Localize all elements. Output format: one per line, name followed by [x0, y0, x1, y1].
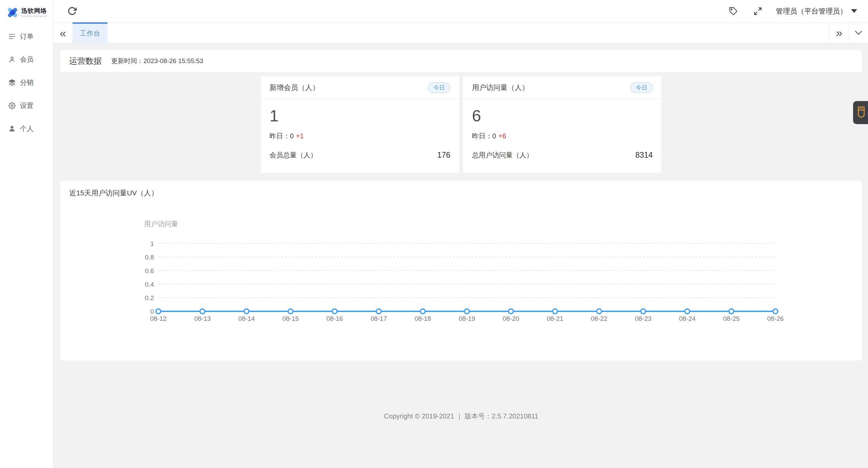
svg-text:08-23: 08-23 — [635, 315, 652, 322]
yesterday-row: 昨日：0+6 — [472, 132, 653, 141]
sidebar-item-distribution[interactable]: 分销 — [0, 71, 53, 94]
stat-card-new-members: 新增会员（人） 今日 1 昨日：0+1 会员总量（人） 176 — [261, 76, 459, 173]
tabs-menu-button[interactable] — [849, 22, 868, 43]
tabbar-right-actions: » — [829, 22, 868, 43]
user-menu[interactable]: 管理员（平台管理员） — [776, 6, 857, 16]
svg-text:08-12: 08-12 — [150, 315, 167, 322]
yesterday-value: 0 — [290, 132, 294, 140]
uv-line-chart: 用户访问量00.20.40.60.8108-1208-1308-1408-150… — [60, 181, 862, 360]
main-content: 运营数据 更新时间：2023-08-26 15:55:53 新增会员（人） 今日… — [53, 43, 868, 468]
floating-widget-button[interactable] — [853, 101, 868, 124]
yesterday-row: 昨日：0+1 — [270, 132, 450, 141]
sidebar: 迅软网络 XunRuanNetwork 订单 — [0, 0, 53, 468]
sidebar-item-orders[interactable]: 订单 — [0, 25, 53, 48]
svg-text:0.6: 0.6 — [145, 267, 154, 274]
stat-value: 1 — [270, 108, 450, 124]
svg-text:08-21: 08-21 — [547, 315, 564, 322]
operations-title: 运营数据 — [69, 56, 102, 66]
stat-card-title: 新增会员（人） — [270, 83, 319, 92]
brand-subtitle: XunRuanNetwork — [21, 15, 47, 17]
yesterday-label: 昨日： — [472, 132, 492, 140]
svg-text:0.8: 0.8 — [145, 254, 154, 261]
sidebar-item-label: 订单 — [20, 32, 34, 41]
top-header: 管理员（平台管理员） — [53, 0, 868, 22]
svg-text:08-22: 08-22 — [591, 315, 608, 322]
tabs-scroll-left-button[interactable]: « — [53, 22, 73, 43]
chevron-down-icon — [855, 31, 862, 35]
usb-drive-icon — [856, 106, 866, 119]
app-root: 迅软网络 XunRuanNetwork 订单 — [0, 0, 868, 468]
today-badge: 今日 — [428, 82, 450, 93]
fullscreen-icon — [753, 7, 762, 16]
today-badge: 今日 — [630, 82, 653, 93]
brand-logo[interactable]: 迅软网络 XunRuanNetwork — [0, 0, 53, 25]
total-value: 176 — [437, 151, 450, 160]
svg-text:08-17: 08-17 — [371, 315, 387, 322]
sidebar-menu: 订单 会员 分销 — [0, 25, 53, 140]
svg-text:用户访问量: 用户访问量 — [144, 220, 178, 228]
total-label: 总用户访问量（人） — [472, 151, 533, 160]
sidebar-item-label: 设置 — [20, 101, 34, 110]
stat-card-footer: 总用户访问量（人） 8314 — [463, 151, 662, 160]
delta-value: +1 — [296, 132, 304, 140]
stat-card-header: 新增会员（人） 今日 — [261, 76, 459, 99]
updated-time-value: 2023-08-26 15:55:53 — [143, 57, 203, 64]
svg-text:08-15: 08-15 — [282, 315, 299, 322]
brand-logo-icon — [6, 6, 19, 19]
svg-text:0.2: 0.2 — [145, 294, 154, 301]
tabs-scroll-right-button[interactable]: » — [829, 22, 849, 43]
tag-icon — [729, 7, 738, 16]
tab-bar: « 工作台 » — [53, 22, 868, 43]
topbar-actions: 管理员（平台管理员） — [727, 5, 868, 18]
stat-card-body: 1 昨日：0+1 — [261, 99, 459, 141]
svg-text:0: 0 — [150, 308, 154, 315]
operations-data-card: 运营数据 更新时间：2023-08-26 15:55:53 — [60, 50, 862, 72]
total-value: 8314 — [635, 151, 653, 160]
sidebar-item-settings[interactable]: 设置 — [0, 94, 53, 117]
settings-gear-icon — [8, 102, 16, 109]
uv-chart-card: 近15天用户访问量UV（人） 用户访问量00.20.40.60.8108-120… — [60, 181, 862, 360]
updated-time: 更新时间：2023-08-26 15:55:53 — [111, 57, 203, 65]
brand-title: 迅软网络 — [21, 8, 47, 14]
tag-button[interactable] — [727, 5, 740, 18]
stat-value: 6 — [472, 108, 653, 124]
member-icon — [8, 56, 16, 63]
user-name: 管理员（平台管理员） — [776, 6, 847, 16]
stat-cards-row: 新增会员（人） 今日 1 昨日：0+1 会员总量（人） 176 用户访问量（人） — [60, 76, 862, 173]
sidebar-item-profile[interactable]: 个人 — [0, 117, 53, 140]
sidebar-item-label: 会员 — [20, 55, 34, 64]
profile-person-icon — [8, 125, 16, 132]
copyright-footer: Copyright © 2019-2021 ｜ 版本号：2.5.7.202108… — [60, 412, 862, 421]
order-list-icon — [8, 33, 16, 40]
fullscreen-button[interactable] — [751, 5, 764, 18]
svg-text:08-19: 08-19 — [459, 315, 475, 322]
svg-text:08-24: 08-24 — [679, 315, 696, 322]
tab-label: 工作台 — [80, 29, 100, 38]
svg-text:1: 1 — [150, 240, 154, 247]
svg-text:08-16: 08-16 — [327, 315, 343, 322]
sidebar-item-label: 个人 — [20, 124, 34, 133]
yesterday-value: 0 — [492, 132, 496, 140]
refresh-icon — [67, 6, 77, 16]
yesterday-label: 昨日： — [270, 132, 290, 140]
brand-text: 迅软网络 XunRuanNetwork — [21, 8, 47, 17]
svg-text:08-26: 08-26 — [767, 315, 784, 322]
stat-card-user-visits: 用户访问量（人） 今日 6 昨日：0+6 总用户访问量（人） 8314 — [463, 76, 662, 173]
svg-text:0.4: 0.4 — [145, 281, 154, 288]
svg-text:08-18: 08-18 — [415, 315, 431, 322]
delta-value: +6 — [498, 132, 506, 140]
refresh-button[interactable] — [65, 4, 79, 18]
sidebar-item-members[interactable]: 会员 — [0, 48, 53, 71]
total-label: 会员总量（人） — [270, 151, 317, 160]
stat-card-title: 用户访问量（人） — [472, 83, 529, 92]
stat-card-header: 用户访问量（人） 今日 — [463, 76, 662, 99]
caret-down-icon — [851, 9, 857, 13]
stat-card-body: 6 昨日：0+6 — [463, 99, 662, 141]
updated-time-label: 更新时间： — [111, 57, 143, 64]
sidebar-item-label: 分销 — [20, 78, 34, 87]
tab-workbench[interactable]: 工作台 — [73, 22, 107, 43]
svg-text:08-20: 08-20 — [503, 315, 519, 322]
stat-card-footer: 会员总量（人） 176 — [261, 151, 459, 160]
distribution-layers-icon — [8, 79, 16, 86]
svg-text:08-25: 08-25 — [723, 315, 740, 322]
